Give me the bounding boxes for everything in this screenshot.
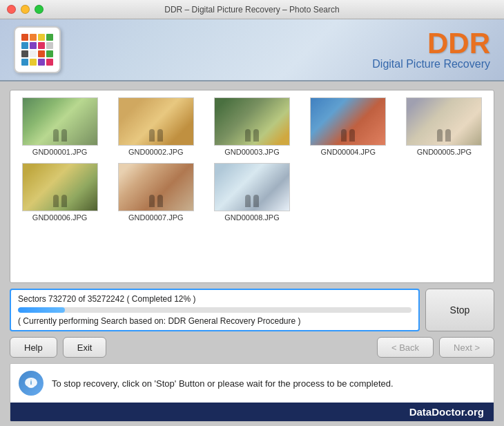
silhouette: [341, 129, 347, 142]
progress-bar-fill: [18, 307, 65, 313]
logo-cell: [46, 59, 53, 66]
photo-label: GND00005.JPG: [417, 148, 472, 156]
logo-cell: [30, 50, 37, 57]
photo-item[interactable]: GND00005.JPG: [402, 97, 487, 156]
main-content: GND00001.JPGGND00002.JPGGND00003.JPGGND0…: [0, 81, 504, 363]
thumb-overlay: [23, 195, 97, 207]
silhouette: [149, 195, 155, 207]
thumb-overlay: [311, 129, 385, 142]
logo-cell: [30, 59, 37, 66]
photo-item[interactable]: GND00002.JPG: [113, 97, 198, 156]
progress-bar-bg: [18, 307, 411, 313]
photo-thumbnail: [310, 97, 386, 146]
photo-label: GND00004.JPG: [320, 148, 375, 156]
info-icon: i: [19, 371, 43, 396]
photo-grid: GND00001.JPGGND00002.JPGGND00003.JPGGND0…: [17, 97, 487, 222]
silhouette: [253, 129, 259, 142]
photo-thumbnail: [22, 163, 98, 211]
bottom-section: i To stop recovery, click on 'Stop' Butt…: [0, 363, 504, 426]
photo-thumbnail: [22, 97, 98, 146]
stop-button[interactable]: Stop: [425, 289, 494, 331]
photo-label: GND00003.JPG: [224, 148, 279, 156]
speech-bubble-icon: i: [23, 376, 39, 391]
info-wrapper: i To stop recovery, click on 'Stop' Butt…: [10, 363, 494, 422]
silhouette: [53, 195, 59, 207]
app-logo: [14, 26, 61, 73]
photo-thumbnail: [118, 163, 194, 211]
thumb-overlay: [215, 129, 289, 142]
photo-item[interactable]: GND00006.JPG: [17, 163, 102, 222]
progress-box: Sectors 732720 of 35272242 ( Completed 1…: [10, 289, 420, 331]
exit-button[interactable]: Exit: [63, 337, 107, 358]
silhouette: [253, 195, 259, 207]
photo-item[interactable]: GND00007.JPG: [113, 163, 198, 222]
logo-cell: [46, 34, 53, 41]
photo-label: GND00001.JPG: [32, 148, 87, 156]
brand-title: DDR: [372, 29, 490, 58]
nav-row: Help Exit < Back Next >: [10, 331, 494, 363]
silhouette: [445, 129, 451, 142]
back-button[interactable]: < Back: [377, 337, 434, 358]
logo-cell: [38, 34, 45, 41]
photo-area: GND00001.JPGGND00002.JPGGND00003.JPGGND0…: [10, 90, 494, 283]
window-title: DDR – Digital Picture Recovery – Photo S…: [164, 5, 339, 14]
thumb-overlay: [407, 129, 481, 142]
sectors-text: Sectors 732720 of 35272242 ( Completed 1…: [18, 294, 411, 304]
logo-cell: [21, 42, 28, 49]
close-button[interactable]: [7, 5, 16, 14]
titlebar: DDR – Digital Picture Recovery – Photo S…: [0, 0, 504, 19]
thumb-overlay: [23, 129, 97, 142]
app-header: DDR Digital Picture Recovery: [0, 19, 504, 81]
logo-cell: [21, 59, 28, 66]
photo-thumbnail: [118, 97, 194, 146]
photo-item[interactable]: GND00003.JPG: [209, 97, 294, 156]
thumb-overlay: [119, 195, 193, 207]
maximize-button[interactable]: [35, 5, 43, 14]
photo-item[interactable]: GND00001.JPG: [17, 97, 102, 156]
silhouette: [349, 129, 355, 142]
brand-bar: DataDoctor.org: [10, 403, 494, 421]
next-button[interactable]: Next >: [439, 337, 494, 358]
photo-item[interactable]: GND00004.JPG: [306, 97, 391, 156]
thumb-overlay: [119, 129, 193, 142]
minimize-button[interactable]: [21, 5, 30, 14]
photo-label: GND00006.JPG: [32, 213, 87, 222]
photo-thumbnail: [214, 163, 290, 211]
silhouette: [245, 129, 251, 142]
silhouette: [61, 195, 67, 207]
info-message: To stop recovery, click on 'Stop' Button…: [52, 378, 485, 389]
thumb-overlay: [215, 195, 289, 207]
photo-item[interactable]: GND00008.JPG: [209, 163, 294, 222]
silhouette: [61, 129, 67, 142]
photo-thumbnail: [406, 97, 482, 146]
silhouette: [149, 129, 155, 142]
logo-cell: [21, 50, 28, 57]
logo-cell: [46, 42, 53, 49]
silhouette: [437, 129, 443, 142]
logo-cell: [38, 42, 45, 49]
photo-label: GND00008.JPG: [224, 213, 279, 222]
brand-subtitle: Digital Picture Recovery: [372, 58, 490, 70]
photo-label: GND00007.JPG: [128, 213, 183, 222]
svg-text:i: i: [30, 379, 32, 386]
logo-cell: [46, 50, 53, 57]
logo-cell: [21, 34, 28, 41]
help-button[interactable]: Help: [10, 337, 57, 358]
silhouette: [157, 129, 163, 142]
info-content: i To stop recovery, click on 'Stop' Butt…: [10, 364, 494, 403]
logo-grid: [21, 34, 53, 66]
progress-section: Sectors 732720 of 35272242 ( Completed 1…: [10, 289, 494, 331]
photo-label: GND00002.JPG: [128, 148, 183, 156]
header-brand: DDR Digital Picture Recovery: [372, 29, 490, 70]
progress-status: ( Currently performing Search based on: …: [18, 316, 411, 326]
logo-cell: [30, 34, 37, 41]
logo-cell: [38, 50, 45, 57]
silhouette: [157, 195, 163, 207]
silhouette: [245, 195, 251, 207]
window-controls: [7, 5, 43, 14]
silhouette: [53, 129, 59, 142]
logo-cell: [38, 59, 45, 66]
photo-thumbnail: [214, 97, 290, 146]
logo-cell: [30, 42, 37, 49]
